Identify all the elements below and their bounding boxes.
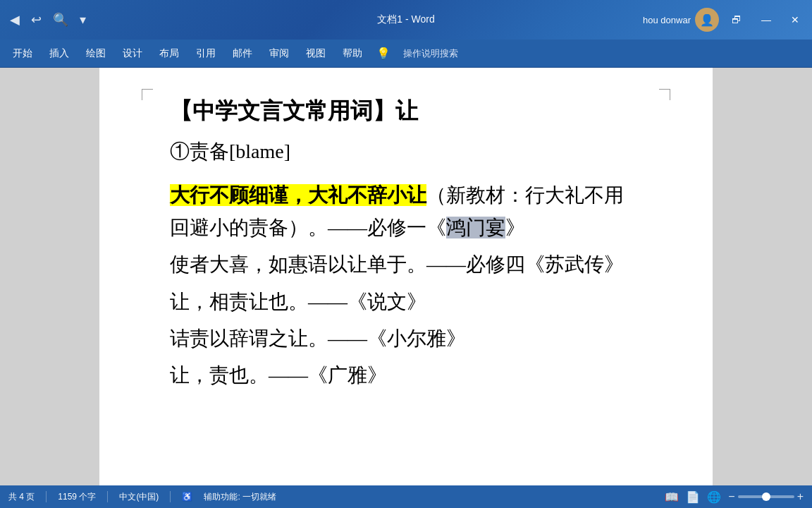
doc-title-text: 文档1 - Word (377, 13, 434, 25)
ribbon-help[interactable]: 帮助 (336, 44, 369, 63)
zoom-out-icon[interactable]: − (728, 490, 734, 503)
status-pages: 共 4 页 (8, 491, 35, 503)
ribbon-design[interactable]: 设计 (116, 44, 149, 63)
status-sep3 (170, 491, 171, 502)
user-info: hou donwar 👤 (643, 8, 719, 32)
user-name: hou donwar (643, 15, 691, 25)
status-accessibility: 辅助功能: 一切就绪 (204, 491, 276, 503)
undo-button[interactable]: ↩ (27, 11, 46, 29)
search-button[interactable]: 🔍 (49, 11, 73, 29)
print-layout-icon[interactable]: 📄 (686, 490, 700, 504)
ribbon-references[interactable]: 引用 (189, 44, 223, 63)
document-page: 【中学文言文常用词】让 ①责备[blame] 大行不顾细谨，大礼不辞小让（新教材… (99, 68, 713, 485)
titlebar-right: hou donwar 👤 🗗 — ✕ (643, 8, 806, 32)
para5: 让，责也。——《广雅》 (170, 359, 642, 392)
para3-text: 让，相责让也。——《说文》 (170, 291, 426, 313)
zoom-bar: − + (728, 490, 804, 503)
para1: 大行不顾细谨，大礼不辞小让（新教材：行大礼不用回避小的责备）。——必修一《鸿门宴… (170, 179, 642, 244)
statusbar: 共 4 页 1159 个字 中文(中国) ♿ 辅助功能: 一切就绪 📖 📄 🌐 … (0, 485, 812, 508)
doc-title: 【中学文言文常用词】让 (170, 96, 642, 127)
titlebar: ◀ ↩ 🔍 ▾ 文档1 - Word hou donwar 👤 🗗 — ✕ (0, 0, 812, 40)
zoom-in-icon[interactable]: + (797, 490, 804, 503)
para2-text: 使者大喜，如惠语以让单于。——必修四《苏武传》 (170, 253, 624, 275)
para1-highlight: 大行不顾细谨，大礼不辞小让 (170, 184, 426, 206)
status-lang: 中文(中国) (119, 491, 159, 503)
status-sep1 (46, 491, 47, 502)
corner-mark-tl (142, 89, 153, 100)
minimize-button[interactable]: — (754, 11, 778, 28)
close-button[interactable]: ✕ (784, 11, 806, 28)
accessibility-icon: ♿ (182, 492, 192, 502)
restore-button[interactable]: 🗗 (725, 11, 749, 28)
ribbon-insert[interactable]: 插入 (42, 44, 76, 63)
ribbon-start[interactable]: 开始 (6, 44, 39, 63)
web-layout-icon[interactable]: 🌐 (707, 490, 721, 504)
avatar-image: 👤 (700, 13, 714, 27)
lightbulb-icon[interactable]: 💡 (372, 44, 395, 63)
zoom-thumb (762, 492, 770, 501)
doc-title-span: 【中学文言文常用词】让 (170, 98, 418, 123)
para4-text: 诘责以辞谓之让。——《小尔雅》 (170, 327, 466, 349)
status-sep2 (107, 491, 108, 502)
para1-end: 》 (505, 217, 525, 238)
ribbon-mail[interactable]: 邮件 (226, 44, 259, 63)
more-button[interactable]: ▾ (75, 11, 90, 29)
ribbon-search[interactable]: 操作说明搜索 (398, 44, 464, 63)
corner-mark-tr (659, 89, 670, 100)
titlebar-left: ◀ ↩ 🔍 ▾ (6, 11, 90, 29)
status-words: 1159 个字 (58, 491, 96, 503)
ribbon-view[interactable]: 视图 (299, 44, 333, 63)
ribbon-review[interactable]: 审阅 (262, 44, 296, 63)
para4: 诘责以辞谓之让。——《小尔雅》 (170, 322, 642, 355)
avatar[interactable]: 👤 (695, 8, 719, 32)
para3: 让，相责让也。——《说文》 (170, 286, 642, 318)
doc-title-bar: 文档1 - Word (377, 13, 434, 26)
zoom-track[interactable] (738, 495, 794, 498)
ribbon-layout[interactable]: 布局 (152, 44, 186, 63)
doc-area: 【中学文言文常用词】让 ①责备[blame] 大行不顾细谨，大礼不辞小让（新教材… (0, 68, 812, 485)
back-button[interactable]: ◀ (6, 11, 24, 29)
read-mode-icon[interactable]: 📖 (665, 490, 679, 504)
sense1-label: ①责备[blame] (170, 140, 290, 162)
ribbon-draw[interactable]: 绘图 (79, 44, 113, 63)
ribbon: 开始 插入 绘图 设计 布局 引用 邮件 审阅 视图 帮助 💡 操作说明搜索 (0, 40, 812, 68)
para2: 使者大喜，如惠语以让单于。——必修四《苏武传》 (170, 248, 642, 281)
para5-text: 让，责也。——《广雅》 (170, 364, 387, 386)
sense1: ①责备[blame] (170, 138, 642, 165)
para1-highlight2: 鸿门宴 (446, 217, 505, 238)
status-right: 📖 📄 🌐 − + (665, 490, 804, 504)
